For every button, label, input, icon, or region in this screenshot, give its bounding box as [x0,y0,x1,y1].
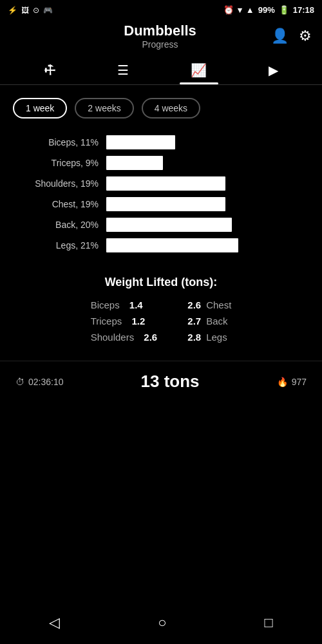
dumbbell-icon: ⚒ [40,61,59,80]
weight-right-col: 2.6Chest2.7Back2.8Legs [183,299,231,348]
app-title: Dumbbells [49,23,271,39]
chart-row: Back, 20% [13,218,309,232]
status-icons-left: ⚡ 🖼 ⊙ 🎮 [8,6,53,15]
weight-title: Weight Lifted (tons): [13,276,309,289]
chart-bar [106,176,225,191]
chart-label: Shoulders, 19% [13,178,106,189]
filter-2weeks[interactable]: 2 weeks [75,98,133,118]
weight-muscle-value: 2.6 [183,299,201,310]
weight-right-row: 2.7Back [183,316,231,327]
chart-icon: 📈 [191,62,207,78]
header-title: Dumbbells Progress [49,23,271,50]
elapsed-time: 02:36:10 [28,377,64,387]
video-icon: ▶ [269,62,278,78]
chart-bar [106,135,175,149]
time-filter: 1 week 2 weeks 4 weeks [0,85,322,125]
signal-icon: ▲ [246,5,254,15]
chart-row: Chest, 19% [13,197,309,211]
weight-muscle-value: 2.8 [183,332,201,343]
stat-calories: 🔥 977 [277,377,307,387]
chart-bar-container [106,135,309,149]
chart-bar-container [106,218,309,232]
alarm-icon: ⏰ [223,5,234,15]
chart-bar [106,218,232,232]
divider [0,361,322,361]
weight-muscle-name: Chest [206,299,231,310]
chart-bar-container [106,238,309,252]
toolbar: ⚒ ☰ 📈 ▶ [0,57,322,85]
chart-label: Biceps, 11% [13,137,106,147]
wifi-icon: ▾ [238,5,242,15]
settings-icon[interactable]: ⚙ [299,28,312,44]
weight-section: Weight Lifted (tons): Biceps1.4Triceps1.… [0,269,322,358]
app-subtitle: Progress [49,39,271,50]
status-bar: ⚡ 🖼 ⊙ 🎮 ⏰ ▾ ▲ 99% 🔋 17:18 [0,0,322,17]
weight-muscle-value: 1.2 [127,316,145,327]
weight-right-row: 2.8Legs [183,332,231,343]
weight-muscle-name: Biceps [91,299,120,310]
weight-left-col: Biceps1.4Triceps1.2Shoulders2.6 [91,299,158,348]
chart-bar-container [106,197,309,211]
chart-bar [106,238,238,252]
chart-row: Legs, 21% [13,238,309,252]
profile-icon[interactable]: 👤 [271,28,289,44]
weight-muscle-value: 2.6 [139,332,157,343]
chart-section: Biceps, 11%Triceps, 9%Shoulders, 19%Ches… [0,125,322,269]
chart-bar [106,156,163,170]
weight-muscle-value: 2.7 [183,316,201,327]
weight-left-row: Biceps1.4 [91,299,158,310]
chart-bar [106,197,225,211]
stat-time: ⏱ 02:36:10 [15,377,64,387]
spacer [0,399,322,528]
header-actions: 👤 ⚙ [271,28,312,44]
toolbar-item-chart[interactable]: 📈 [191,62,207,84]
weight-left-row: Shoulders2.6 [91,332,158,343]
stat-total-weight: 13 tons [141,372,200,392]
battery-icon: 🔋 [279,5,289,15]
chart-label: Back, 20% [13,220,106,230]
clock: 17:18 [293,5,314,15]
chart-bar-container [106,176,309,191]
chart-label: Legs, 21% [13,240,106,251]
weight-muscle-value: 1.4 [125,299,143,310]
weight-muscle-name: Shoulders [91,332,135,343]
toolbar-item-dumbbell[interactable]: ⚒ [44,62,55,84]
stats-bar: ⏱ 02:36:10 13 tons 🔥 977 [0,364,322,399]
weight-right-row: 2.6Chest [183,299,231,310]
status-icons-right: ⏰ ▾ ▲ 99% 🔋 17:18 [223,5,314,15]
chart-row: Shoulders, 19% [13,176,309,191]
toolbar-item-list[interactable]: ☰ [117,62,129,84]
bottom-nav: ◁ ○ □ [0,604,322,644]
recent-nav-icon[interactable]: □ [265,614,273,631]
calories-value: 977 [292,377,307,387]
location-icon: ⊙ [33,6,39,15]
filter-1week[interactable]: 1 week [13,98,67,118]
weight-muscle-name: Legs [206,332,227,343]
timer-icon: ⏱ [15,377,24,387]
weight-muscle-name: Triceps [91,316,122,327]
game-icon: 🎮 [43,6,53,15]
header: Dumbbells Progress 👤 ⚙ [0,17,322,57]
chart-label: Triceps, 9% [13,158,106,168]
filter-4weeks[interactable]: 4 weeks [142,98,200,118]
chart-row: Triceps, 9% [13,156,309,170]
chart-row: Biceps, 11% [13,135,309,149]
weight-muscle-name: Back [206,316,227,327]
weight-left-row: Triceps1.2 [91,316,158,327]
chart-label: Chest, 19% [13,199,106,209]
chart-bar-container [106,156,309,170]
weight-grid: Biceps1.4Triceps1.2Shoulders2.6 2.6Chest… [13,299,309,348]
battery-percent: 99% [258,5,275,15]
image-icon: 🖼 [21,6,29,15]
list-icon: ☰ [117,62,129,78]
back-nav-icon[interactable]: ◁ [49,614,60,631]
fire-icon: 🔥 [277,377,288,387]
home-nav-icon[interactable]: ○ [158,614,166,631]
toolbar-item-video[interactable]: ▶ [269,62,278,84]
usb-icon: ⚡ [8,6,17,15]
